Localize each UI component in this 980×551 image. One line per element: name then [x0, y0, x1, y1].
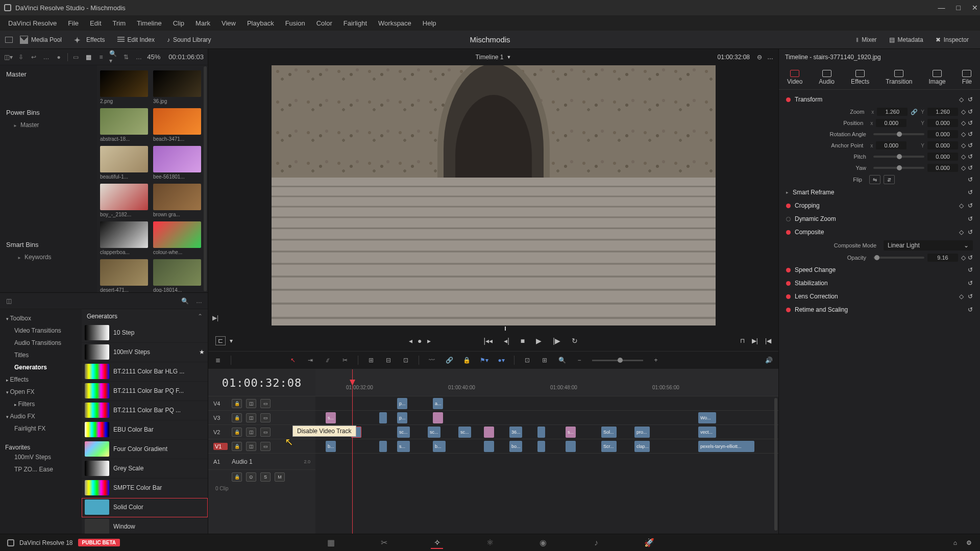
menu-fairlight[interactable]: Fairlight: [344, 19, 367, 27]
video-transitions-node[interactable]: Video Transitions: [5, 324, 77, 337]
fairlight-page-icon[interactable]: ♪: [590, 538, 602, 548]
edit-index-button[interactable]: Edit Index: [112, 34, 160, 45]
timeline-v-scrollbar[interactable]: [774, 398, 777, 531]
import-icon[interactable]: ⇩: [17, 53, 26, 62]
favorite-item[interactable]: TP ZO... Ease: [5, 463, 77, 475]
generator-item[interactable]: SMPTE Color Bar: [82, 479, 208, 498]
color-page-icon[interactable]: ◉: [537, 538, 549, 548]
reset-icon[interactable]: ↺: [968, 153, 973, 160]
timeline-clip[interactable]: [537, 441, 545, 452]
pitch-input[interactable]: 0.000: [927, 153, 958, 161]
dynamic-zoom-section[interactable]: Dynamic Zoom↺: [786, 212, 973, 226]
openfx-node[interactable]: Open FX: [5, 386, 77, 398]
replace-icon[interactable]: ⊡: [401, 356, 410, 365]
marker-tool-icon[interactable]: ●▾: [497, 356, 506, 365]
smart-bin-keywords[interactable]: Keywords: [6, 254, 91, 261]
media-thumbnail[interactable]: brown gra...: [153, 184, 201, 217]
effects-button[interactable]: ✦ Effects: [69, 34, 110, 46]
keyframe-icon[interactable]: ◇: [961, 142, 966, 149]
selection-tool-icon[interactable]: ↖: [288, 356, 298, 365]
reset-icon[interactable]: ↺: [968, 119, 973, 127]
timeline-clip[interactable]: s...: [397, 441, 410, 452]
program-viewer[interactable]: ▶|: [208, 65, 778, 325]
zoom-out-icon[interactable]: −: [575, 356, 584, 365]
timeline-clip[interactable]: sc...: [428, 427, 440, 438]
keyframe-icon[interactable]: ◇: [959, 293, 964, 300]
timeline-ruler[interactable]: 01:00:32:00 01:00:40:00 01:00:48:00 01:0…: [315, 369, 778, 396]
generators-node[interactable]: Generators: [5, 361, 77, 373]
thumb-view-icon[interactable]: ▦: [84, 53, 93, 62]
keyframe-icon[interactable]: ◇: [961, 131, 966, 138]
reset-icon[interactable]: ↺: [968, 215, 973, 222]
master-bin[interactable]: Master: [6, 70, 91, 78]
media-thumbnail[interactable]: beach-3471...: [153, 108, 201, 142]
track-a1[interactable]: [315, 453, 778, 469]
fx-panel-icon[interactable]: ◫: [4, 296, 13, 306]
disable-track-icon[interactable]: ▭: [260, 442, 271, 451]
fullscreen-icon[interactable]: [5, 37, 13, 43]
timeline-clip[interactable]: [433, 412, 443, 423]
audiofx-node[interactable]: Audio FX: [5, 410, 77, 422]
cropping-section[interactable]: Cropping◇↺: [786, 199, 973, 212]
opacity-slider[interactable]: [873, 257, 924, 259]
overwrite-icon[interactable]: ⊟: [384, 356, 393, 365]
prev-edit-icon[interactable]: ◂: [409, 337, 412, 345]
opacity-input[interactable]: 9.16: [927, 254, 958, 262]
lock-icon[interactable]: 🔒: [462, 356, 471, 365]
bypass-icon[interactable]: ⊖: [757, 54, 762, 61]
tab-video[interactable]: Video: [787, 70, 802, 85]
favorite-item[interactable]: 100mV Steps: [5, 451, 77, 463]
trim-tool-icon[interactable]: ⇥: [306, 356, 315, 365]
keyframe-icon[interactable]: ◇: [959, 202, 964, 209]
menu-color[interactable]: Color: [316, 19, 332, 27]
marker-icon[interactable]: ●: [418, 337, 422, 345]
track-header-v4[interactable]: V4 🔒 ◫ ▭: [208, 396, 315, 410]
mixer-button[interactable]: ⦀ Mixer: [851, 34, 881, 45]
mute-icon[interactable]: M: [275, 472, 285, 482]
collapse-icon[interactable]: ⌃: [198, 313, 203, 320]
step-back-icon[interactable]: ◂|: [504, 337, 509, 345]
fx-search-icon[interactable]: 🔍: [180, 296, 189, 306]
reset-icon[interactable]: ↺: [968, 164, 973, 171]
stabilization-section[interactable]: Stabilization↺: [786, 277, 973, 290]
tab-transition[interactable]: Transition: [886, 70, 912, 85]
playhead[interactable]: [352, 369, 353, 534]
reset-icon[interactable]: ↺: [968, 306, 973, 313]
media-thumbnail[interactable]: desert-471...: [100, 259, 148, 292]
track-header-v1[interactable]: V1 🔒 ◫ ▭: [208, 439, 315, 453]
tab-image[interactable]: Image: [928, 70, 945, 85]
tab-effects[interactable]: Effects: [851, 70, 869, 85]
reset-icon[interactable]: ↺: [968, 293, 973, 300]
auto-select-icon[interactable]: ◫: [246, 442, 256, 451]
search-icon[interactable]: 🔍▾: [109, 53, 118, 62]
goto-out-icon[interactable]: |◀: [765, 337, 771, 344]
link-icon[interactable]: 🔗: [445, 356, 454, 365]
timeline-clip[interactable]: Sol...: [601, 427, 617, 438]
timeline-clip[interactable]: [379, 441, 387, 452]
generator-item[interactable]: 10 Step: [82, 323, 208, 343]
media-thumbnail[interactable]: 2.png: [100, 70, 148, 104]
timeline-clip[interactable]: [537, 427, 545, 438]
media-thumbnail[interactable]: beautiful-1...: [100, 146, 148, 180]
goto-start-icon[interactable]: |◂◂: [484, 337, 493, 345]
timeline-clip[interactable]: Scr...: [601, 441, 617, 452]
keyframe-icon[interactable]: ◇: [961, 153, 966, 160]
reset-icon[interactable]: ↺: [968, 108, 973, 115]
zoom-x-input[interactable]: 1.260: [877, 108, 908, 116]
lock-track-icon[interactable]: 🔒: [232, 472, 242, 482]
timeline-clip[interactable]: [484, 427, 494, 438]
loop-icon[interactable]: ↻: [572, 337, 578, 345]
timeline-clip[interactable]: [484, 441, 494, 452]
generator-item[interactable]: Four Color Gradient: [82, 440, 208, 459]
menu-resolve[interactable]: DaVinci Resolve: [8, 19, 57, 27]
arm-icon[interactable]: ⊙: [246, 472, 256, 482]
reset-icon[interactable]: ↺: [968, 96, 973, 103]
media-thumbnail[interactable]: bee-561801...: [153, 146, 201, 180]
speed-change-section[interactable]: Speed Change↺: [786, 263, 973, 277]
reset-icon[interactable]: ↺: [968, 254, 973, 261]
pos-y-input[interactable]: 0.000: [927, 119, 958, 127]
rotation-input[interactable]: 0.000: [927, 130, 958, 138]
timeline-clip[interactable]: bo...: [509, 441, 522, 452]
auto-select-icon[interactable]: ◫: [246, 399, 256, 408]
smart-reframe-section[interactable]: ▸Smart Reframe↺: [786, 186, 973, 199]
